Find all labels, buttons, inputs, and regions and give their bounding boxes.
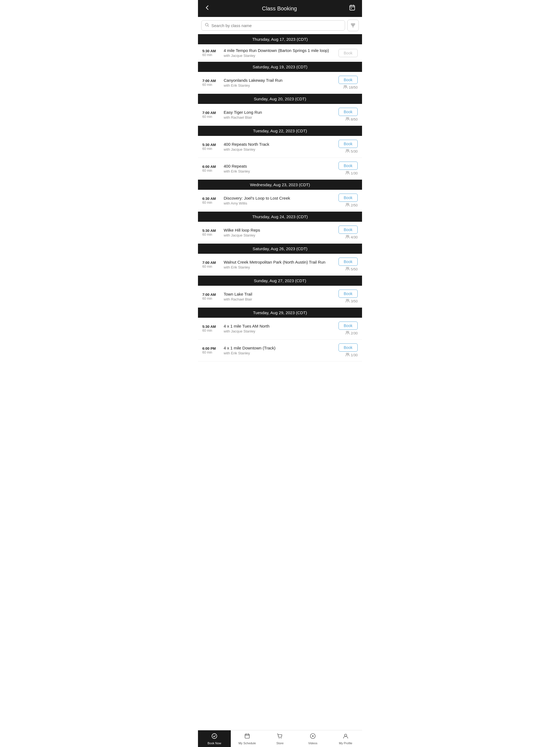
filter-button[interactable] bbox=[347, 20, 359, 31]
nav-book-now[interactable]: Book Now bbox=[198, 730, 231, 747]
class-action: Book 5/50 bbox=[338, 258, 358, 272]
videos-icon bbox=[310, 733, 316, 741]
class-name: Wilke Hill loop Reps bbox=[224, 228, 336, 232]
svg-point-5 bbox=[346, 118, 348, 119]
class-action: Book 1/30 bbox=[338, 162, 358, 176]
schedule-list: Thursday, Aug 17, 2023 (CDT)5:30 AM 60 m… bbox=[198, 34, 362, 383]
time-value: 7:00 AM bbox=[202, 292, 222, 297]
class-duration: 60 min bbox=[202, 297, 222, 301]
date-header: Sunday, Aug 20, 2023 (CDT) bbox=[198, 94, 362, 104]
capacity-value: 5/50 bbox=[351, 267, 358, 271]
nav-videos-label: Videos bbox=[308, 742, 317, 745]
class-info: 400 Repeats with Erik Stanley bbox=[222, 164, 338, 173]
date-header: Thursday, Aug 24, 2023 (CDT) bbox=[198, 212, 362, 222]
book-button[interactable]: Book bbox=[338, 194, 358, 202]
svg-point-25 bbox=[279, 738, 279, 739]
nav-store[interactable]: Store bbox=[263, 730, 297, 747]
svg-point-9 bbox=[346, 172, 348, 173]
class-instructor: with Jacque Stanley bbox=[224, 329, 336, 333]
class-action: Book 2/30 bbox=[338, 321, 358, 335]
nav-videos[interactable]: Videos bbox=[297, 730, 329, 747]
class-instructor: with Erik Stanley bbox=[224, 169, 336, 173]
search-input[interactable] bbox=[211, 23, 341, 28]
class-name: 400 Repeats bbox=[224, 164, 336, 169]
time-value: 5:30 AM bbox=[202, 229, 222, 233]
svg-point-22 bbox=[348, 353, 349, 355]
class-time: 5:30 AM 60 min bbox=[202, 143, 222, 151]
app-header: Class Booking bbox=[198, 0, 362, 17]
class-duration: 60 min bbox=[202, 83, 222, 87]
nav-my-schedule[interactable]: My Schedule bbox=[231, 730, 263, 747]
capacity-info: 2/30 bbox=[345, 331, 358, 335]
date-header: Sunday, Aug 27, 2023 (CDT) bbox=[198, 276, 362, 286]
class-action: Book 2/50 bbox=[338, 194, 358, 208]
nav-my-profile-label: My Profile bbox=[339, 742, 353, 745]
class-row: 6:30 AM 60 minDiscovery: Joel's Loop to … bbox=[198, 190, 362, 212]
class-info: 400 Repeats North Track with Jacque Stan… bbox=[222, 142, 338, 152]
class-time: 6:00 AM 60 min bbox=[202, 164, 222, 173]
svg-point-26 bbox=[281, 738, 281, 739]
book-button[interactable]: Book bbox=[338, 226, 358, 234]
book-button[interactable]: Book bbox=[338, 258, 358, 266]
time-value: 6:00 AM bbox=[202, 164, 222, 169]
capacity-icon bbox=[345, 331, 350, 335]
class-duration: 60 min bbox=[202, 351, 222, 354]
class-duration: 60 min bbox=[202, 233, 222, 236]
book-button[interactable]: Book bbox=[338, 49, 358, 57]
class-time: 7:00 AM 60 min bbox=[202, 111, 222, 119]
class-duration: 60 min bbox=[202, 265, 222, 268]
back-button[interactable] bbox=[202, 4, 212, 13]
book-button[interactable]: Book bbox=[338, 289, 358, 298]
class-duration: 60 min bbox=[202, 169, 222, 173]
book-button[interactable]: Book bbox=[338, 76, 358, 84]
svg-point-29 bbox=[345, 734, 347, 736]
class-row: 5:30 AM 60 min400 Repeats North Track wi… bbox=[198, 136, 362, 158]
class-instructor: with Erik Stanley bbox=[224, 265, 336, 269]
class-instructor: with Erik Stanley bbox=[224, 351, 336, 355]
book-button[interactable]: Book bbox=[338, 321, 358, 330]
book-button[interactable]: Book bbox=[338, 343, 358, 352]
book-button[interactable]: Book bbox=[338, 108, 358, 116]
capacity-info: 18/50 bbox=[343, 85, 358, 90]
svg-point-11 bbox=[346, 203, 348, 205]
class-row: 5:30 AM 60 min4 mile Tempo Run Downtown … bbox=[198, 44, 362, 62]
class-time: 7:00 AM 60 min bbox=[202, 79, 222, 87]
capacity-info: 1/30 bbox=[345, 353, 358, 357]
class-row: 6:00 PM 60 min4 x 1 mile Downtown (Track… bbox=[198, 340, 362, 361]
class-time: 5:30 AM 60 min bbox=[202, 229, 222, 236]
book-now-icon bbox=[211, 733, 218, 741]
svg-point-20 bbox=[348, 331, 349, 333]
capacity-info: 2/50 bbox=[345, 203, 358, 208]
svg-point-12 bbox=[348, 203, 349, 205]
time-value: 6:30 AM bbox=[202, 197, 222, 201]
date-header: Saturday, Aug 19, 2023 (CDT) bbox=[198, 62, 362, 72]
capacity-info: 8/50 bbox=[345, 117, 358, 122]
class-name: 400 Repeats North Track bbox=[224, 142, 336, 147]
my-schedule-icon bbox=[244, 733, 250, 741]
class-info: 4 x 1 mile Tues AM North with Jacque Sta… bbox=[222, 324, 338, 333]
capacity-info: 3/50 bbox=[345, 299, 358, 304]
class-duration: 60 min bbox=[202, 329, 222, 333]
search-icon bbox=[205, 23, 209, 28]
capacity-value: 2/50 bbox=[351, 203, 358, 207]
class-instructor: with Rachael Blair bbox=[224, 115, 336, 120]
class-action: Book 5/30 bbox=[338, 140, 358, 154]
calendar-button[interactable] bbox=[347, 3, 358, 14]
svg-point-14 bbox=[348, 235, 349, 237]
class-instructor: with Jacque Stanley bbox=[224, 54, 336, 58]
capacity-value: 8/50 bbox=[351, 117, 358, 121]
capacity-icon bbox=[343, 85, 348, 90]
svg-point-17 bbox=[346, 300, 348, 301]
nav-my-profile[interactable]: My Profile bbox=[329, 730, 362, 747]
svg-point-15 bbox=[346, 267, 348, 269]
svg-point-3 bbox=[344, 85, 345, 87]
time-value: 6:00 PM bbox=[202, 346, 222, 351]
nav-store-label: Store bbox=[276, 742, 284, 745]
book-button[interactable]: Book bbox=[338, 140, 358, 148]
book-button[interactable]: Book bbox=[338, 162, 358, 170]
time-value: 7:00 AM bbox=[202, 111, 222, 115]
svg-point-19 bbox=[346, 331, 348, 333]
class-row: 7:00 AM 60 minTown Lake Trail with Racha… bbox=[198, 286, 362, 308]
class-duration: 60 min bbox=[202, 201, 222, 205]
class-row: 6:00 AM 60 min400 Repeats with Erik Stan… bbox=[198, 158, 362, 180]
